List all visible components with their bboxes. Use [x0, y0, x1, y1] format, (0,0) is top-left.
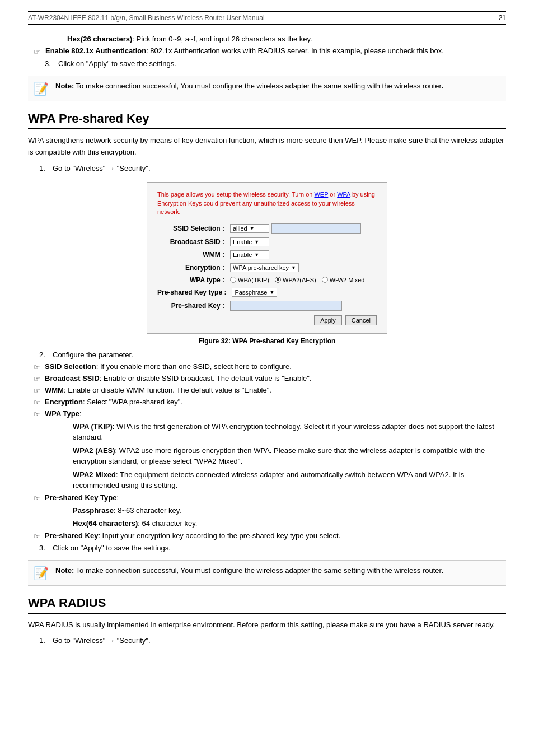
- page-number: 21: [499, 14, 506, 22]
- psk-type-arrow: ▼: [269, 290, 274, 295]
- step3-item: 3. Click on "Apply" to save the settings…: [34, 59, 506, 68]
- radio-wpa2-aes[interactable]: WPA2(AES): [275, 277, 316, 283]
- wpa-radius-section: WPA RADIUS WPA RADIUS is usually impleme…: [28, 596, 506, 647]
- wpa-radius-body: WPA RADIUS is usually implemented in ent…: [28, 619, 506, 647]
- hex64-detail: Hex(64 characters): 64 character key.: [34, 518, 506, 529]
- ssid-input: [271, 223, 361, 234]
- broadcast-label: Broadcast SSID :: [157, 238, 230, 246]
- bullet-wmm: ☞ WMM: Enable or disable WMM function. T…: [34, 386, 506, 395]
- encryption-control[interactable]: WPA pre-shared key ▼: [230, 263, 377, 272]
- wpa-preshared-body: WPA strengthens network security by mean…: [28, 135, 506, 174]
- ui-row-ssid: SSID Selection : allied ▼: [157, 223, 377, 234]
- wmm-arrow: ▼: [254, 252, 259, 258]
- wpa2-aes-detail: WPA2 (AES): WPA2 use more rigorous encry…: [34, 445, 506, 467]
- bullet-broadcast: ☞ Broadcast SSID: Enable or disable SSID…: [34, 374, 506, 383]
- apply-button[interactable]: Apply: [314, 315, 342, 325]
- encryption-arrow: ▼: [291, 265, 296, 270]
- bullet-psk: ☞ Pre-shared Key: Input your encryption …: [34, 531, 506, 540]
- enable-802-item: ☞ Enable 802.1x Authentication: 802.1x A…: [34, 46, 506, 56]
- note-text-1: Note: To make connection successful, You…: [55, 81, 443, 92]
- ui-screenshot-container: This page allows you setup the wireless …: [28, 182, 506, 333]
- step3-text: Click on "Apply" to save the settings.: [58, 59, 176, 68]
- figure-caption: Figure 32: WPA Pre-shared Key Encryption: [28, 337, 506, 345]
- radio-dot-mixed: [322, 277, 328, 283]
- phone-icon-wpa-type: ☞: [34, 410, 40, 418]
- phone-icon-broadcast: ☞: [34, 375, 40, 383]
- step3-num: 3.: [45, 59, 58, 68]
- wpa-bullets: ☞ SSID Selection: If you enable more tha…: [28, 362, 506, 540]
- cancel-button[interactable]: Cancel: [345, 315, 377, 325]
- hex-bold: Hex(26 characters): [67, 35, 132, 43]
- ssid-select[interactable]: allied ▼: [230, 224, 269, 233]
- hex-line: Hex(26 characters): Pick from 0~9, a~f, …: [34, 35, 506, 43]
- passphrase-detail: Passphrase: 8~63 character key.: [34, 505, 506, 516]
- wpa-step3: 3. Click on "Apply" to save the settings…: [28, 544, 506, 552]
- psk-input[interactable]: [230, 301, 342, 311]
- bullet-encryption: ☞ Encryption: Select "WPA pre-shared key…: [34, 398, 506, 407]
- ssid-control[interactable]: allied ▼: [230, 223, 377, 234]
- wpa-type-label: WPA type :: [157, 276, 230, 284]
- hex-text: : Pick from 0~9, a~f, and input 26 chara…: [132, 35, 312, 43]
- wpa-step2: 2. Configure the parameter.: [28, 351, 506, 359]
- wep-link: WEP: [314, 191, 328, 198]
- psk-control[interactable]: [230, 301, 377, 311]
- wpa-radius-heading: WPA RADIUS: [28, 596, 506, 614]
- note-text-2: Note: To make connection successful, You…: [55, 565, 443, 576]
- note-box-1: 📝 Note: To make connection successful, Y…: [28, 76, 506, 101]
- intro-section: Hex(26 characters): Pick from 0~9, a~f, …: [28, 35, 506, 68]
- radio-dot-tkip: [230, 277, 236, 283]
- broadcast-arrow: ▼: [254, 239, 259, 245]
- phone-icon-ssid: ☞: [34, 363, 40, 371]
- bullet-wpa-type: ☞ WPA Type:: [34, 409, 506, 418]
- wpa-preshared-heading: WPA Pre-shared Key: [28, 111, 506, 129]
- phone-icon-1: ☞: [34, 47, 41, 56]
- psk-type-select[interactable]: Passphrase ▼: [232, 288, 277, 297]
- ui-row-broadcast: Broadcast SSID : Enable ▼: [157, 237, 377, 246]
- note-icon-2: 📝: [34, 566, 49, 581]
- ui-notice: This page allows you setup the wireless …: [157, 190, 377, 216]
- header-title: AT-WR2304N IEEE 802.11 b/g/n, Small Busi…: [28, 14, 265, 22]
- wpa-tkip-detail: WPA (TKIP): WPA is the first generation …: [34, 421, 506, 443]
- ssid-label: SSID Selection :: [157, 225, 230, 232]
- ui-row-wpa-type: WPA type : WPA(TKIP) WPA2(AES) WPA2 M: [157, 276, 377, 284]
- broadcast-control[interactable]: Enable ▼: [230, 237, 377, 246]
- phone-icon-psk: ☞: [34, 532, 40, 540]
- phone-icon-wmm: ☞: [34, 386, 40, 395]
- phone-icon-encryption: ☞: [34, 398, 40, 407]
- ui-row-wmm: WMM : Enable ▼: [157, 250, 377, 259]
- wpa-preshared-section: WPA Pre-shared Key WPA strengthens netwo…: [28, 111, 506, 552]
- note-box-2: 📝 Note: To make connection successful, Y…: [28, 560, 506, 586]
- bullet-psk-type: ☞ Pre-shared Key Type:: [34, 493, 506, 502]
- radio-dot-aes: [275, 277, 281, 283]
- wpa-type-control[interactable]: WPA(TKIP) WPA2(AES) WPA2 Mixed: [230, 277, 377, 283]
- bullet-ssid: ☞ SSID Selection: If you enable more tha…: [34, 362, 506, 371]
- wpa2-mixed-detail: WPA2 Mixed: The equipment detects connec…: [34, 469, 506, 491]
- radio-wpa-tkip[interactable]: WPA(TKIP): [230, 277, 269, 283]
- ui-row-psk: Pre-shared Key :: [157, 301, 377, 311]
- wmm-control[interactable]: Enable ▼: [230, 250, 377, 259]
- wmm-label: WMM :: [157, 251, 230, 259]
- ui-row-encryption: Encryption : WPA pre-shared key ▼: [157, 263, 377, 272]
- ui-row-psk-type: Pre-shared Key type : Passphrase ▼: [157, 288, 377, 297]
- psk-type-control[interactable]: Passphrase ▼: [232, 288, 377, 297]
- ui-box: This page allows you setup the wireless …: [147, 182, 387, 333]
- encryption-select[interactable]: WPA pre-shared key ▼: [230, 263, 299, 272]
- ui-buttons: Apply Cancel: [157, 315, 377, 325]
- encryption-label: Encryption :: [157, 264, 230, 272]
- radio-wpa2-mixed[interactable]: WPA2 Mixed: [322, 277, 365, 283]
- wpa-link: WPA: [337, 191, 350, 198]
- note-icon-1: 📝: [34, 82, 49, 96]
- header-bar: AT-WR2304N IEEE 802.11 b/g/n, Small Busi…: [28, 11, 506, 25]
- phone-icon-psk-type: ☞: [34, 494, 40, 502]
- psk-type-label: Pre-shared Key type :: [157, 288, 232, 296]
- wmm-select[interactable]: Enable ▼: [230, 250, 269, 259]
- enable-802-text: Enable 802.1x Authentication: 802.1x Aut…: [45, 46, 444, 55]
- broadcast-select[interactable]: Enable ▼: [230, 237, 269, 246]
- psk-label: Pre-shared Key :: [157, 302, 230, 310]
- ssid-arrow: ▼: [250, 226, 255, 231]
- radius-step1: 1. Go to "Wireless" → "Security".: [28, 635, 506, 647]
- wpa-step1: 1. Go to "Wireless" → "Security".: [28, 163, 506, 175]
